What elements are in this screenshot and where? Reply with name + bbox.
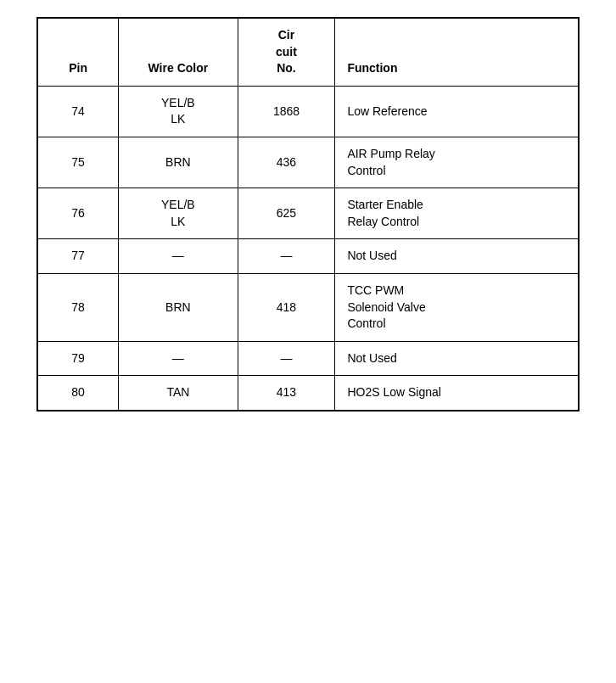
table-row: 74YEL/BLK1868Low Reference — [37, 86, 579, 137]
cell-circuit-no: 436 — [238, 137, 335, 188]
cell-wire-color: BRN — [119, 273, 238, 341]
cell-function: TCC PWMSolenoid ValveControl — [335, 273, 579, 341]
cell-wire-color: BRN — [119, 137, 238, 188]
header-wire-color: Wire Color — [119, 18, 238, 86]
cell-wire-color: — — [119, 341, 238, 376]
cell-function: Starter EnableRelay Control — [335, 188, 579, 239]
cell-pin: 77 — [37, 239, 119, 274]
table-row: 79——Not Used — [37, 341, 579, 376]
cell-circuit-no: — — [238, 239, 335, 274]
cell-function: Not Used — [335, 239, 579, 274]
cell-wire-color: YEL/BLK — [119, 86, 238, 137]
cell-circuit-no: 413 — [238, 376, 335, 411]
cell-circuit-no: — — [238, 341, 335, 376]
cell-pin: 76 — [37, 188, 119, 239]
header-circuit-no: CircuitNo. — [238, 18, 335, 86]
cell-circuit-no: 418 — [238, 273, 335, 341]
cell-wire-color: — — [119, 239, 238, 274]
cell-pin: 79 — [37, 341, 119, 376]
cell-function: HO2S Low Signal — [335, 376, 579, 411]
cell-wire-color: TAN — [119, 376, 238, 411]
cell-pin: 78 — [37, 273, 119, 341]
connector-table-wrapper: Pin Wire Color CircuitNo. Function 74YEL… — [36, 17, 580, 411]
cell-pin: 74 — [37, 86, 119, 137]
cell-wire-color: YEL/BLK — [119, 188, 238, 239]
table-header-row: Pin Wire Color CircuitNo. Function — [37, 18, 579, 86]
table-row: 77——Not Used — [37, 239, 579, 274]
cell-function: Not Used — [335, 341, 579, 376]
header-pin: Pin — [37, 18, 119, 86]
cell-function: Low Reference — [335, 86, 579, 137]
header-function: Function — [335, 18, 579, 86]
table-row: 75BRN436AIR Pump RelayControl — [37, 137, 579, 188]
cell-pin: 75 — [37, 137, 119, 188]
table-row: 78BRN418TCC PWMSolenoid ValveControl — [37, 273, 579, 341]
cell-circuit-no: 1868 — [238, 86, 335, 137]
cell-function: AIR Pump RelayControl — [335, 137, 579, 188]
table-row: 76YEL/BLK625Starter EnableRelay Control — [37, 188, 579, 239]
connector-pin-table: Pin Wire Color CircuitNo. Function 74YEL… — [36, 17, 580, 411]
table-row: 80TAN413HO2S Low Signal — [37, 376, 579, 411]
cell-circuit-no: 625 — [238, 188, 335, 239]
cell-pin: 80 — [37, 376, 119, 411]
